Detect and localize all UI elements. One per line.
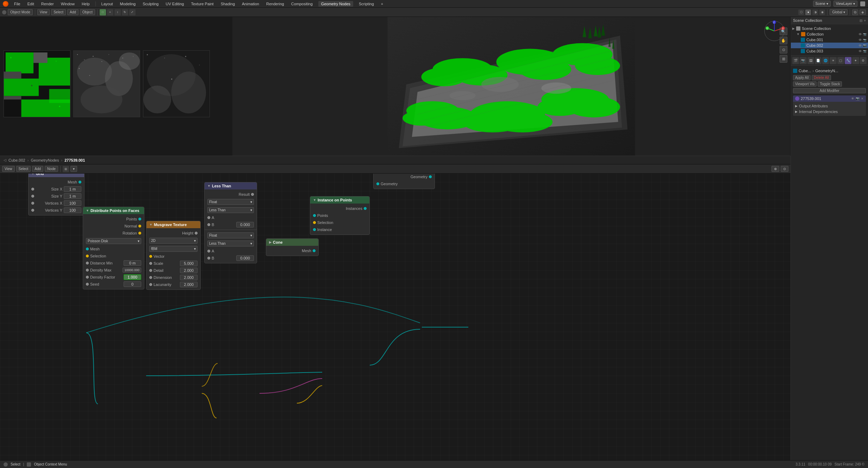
node-distribute-densitymax-value[interactable]: 10000.000 <box>123 268 141 273</box>
breadcrumb-collapse[interactable]: ◁ <box>4 158 6 162</box>
object-menu[interactable]: Object <box>80 9 95 15</box>
node-canvas[interactable]: ▼ Grid Mesh Size X 1 m <box>0 164 791 468</box>
node-less-than-2[interactable]: ▼ Less Than Result Float ▾ <box>204 182 257 230</box>
node-grid[interactable]: ▼ Grid Mesh Size X 1 m <box>28 170 85 216</box>
breadcrumb-cube[interactable]: Cube.002 <box>8 158 25 162</box>
node-musgrave-detail-value[interactable]: 2.000 <box>180 268 198 273</box>
workspace-geometry-nodes[interactable]: Geometry Nodes <box>318 1 353 7</box>
scale-icon[interactable]: ⤢ <box>129 9 136 15</box>
rotate-icon[interactable]: ↻ <box>122 9 128 15</box>
node-filter-icon[interactable]: ⊞ <box>63 166 69 172</box>
toggle-stack-button[interactable]: Toggle Stack <box>818 81 842 87</box>
menu-window[interactable]: Window <box>60 1 76 7</box>
node-lessthan1-op-dropdown[interactable]: Less Than ▾ <box>207 241 254 247</box>
workspace-layout[interactable]: Layout <box>100 1 114 7</box>
viewport-shading-solid[interactable]: ● <box>805 10 811 15</box>
node-slot-dropdown[interactable]: ▾ <box>70 166 77 172</box>
orbit-icon[interactable]: ⊙ <box>780 46 787 54</box>
prop-output-icon[interactable]: 🖼 <box>807 57 814 64</box>
visibility-icon-cube1[interactable]: 👁 <box>858 38 862 42</box>
select-box-icon[interactable]: □ <box>100 9 106 15</box>
workspace-rendering[interactable]: Rendering <box>265 1 286 7</box>
visibility-icon-1[interactable]: 👁 <box>858 32 862 36</box>
breadcrumb-geometry[interactable]: GeometryNodes <box>31 158 59 162</box>
overlay-toggle[interactable]: ⧉ <box>852 10 858 15</box>
node-grid-vertx-value[interactable]: 100 <box>64 200 81 206</box>
scene-root-item[interactable]: ▶ Scene Collection <box>791 26 868 31</box>
node-musgrave-arrow[interactable]: ▼ <box>149 223 152 226</box>
delete-all-button[interactable]: Delete All <box>812 75 831 80</box>
menu-help[interactable]: Help <box>80 1 91 7</box>
node-node-menu[interactable]: Node <box>45 166 58 172</box>
menu-file[interactable]: File <box>13 1 22 7</box>
node-snap-toggle[interactable]: ⊕ <box>772 166 779 172</box>
viewport-shading-material[interactable]: ◑ <box>812 10 818 15</box>
node-lessthan2-b-value[interactable]: 0.000 <box>236 222 254 227</box>
scene-selector[interactable]: Scene ▾ <box>813 1 831 7</box>
prop-modifier-icon[interactable]: 🔧 <box>845 57 851 64</box>
new-collection-icon[interactable]: + <box>864 19 866 23</box>
node-lessthan2-arrow[interactable]: ▼ <box>207 184 211 188</box>
node-lessthan2-op-dropdown[interactable]: Less Than ▾ <box>207 207 254 213</box>
workspace-uv-editing[interactable]: UV Editing <box>164 1 185 7</box>
visibility-icon-cube2[interactable]: 👁 <box>858 44 862 48</box>
internal-deps-row[interactable]: ▶ Internal Dependencies <box>795 109 864 114</box>
view-menu[interactable]: View <box>37 9 50 15</box>
select-menu[interactable]: Select <box>51 9 66 15</box>
node-distribute-densityfactor-value[interactable]: 1.000 <box>124 274 141 280</box>
filter-icon[interactable]: ⊟ <box>860 19 862 23</box>
node-musgrave-texture[interactable]: ▼ Musgrave Texture Height 2D <box>146 221 201 290</box>
output-attributes-row[interactable]: ▶ Output Attributes <box>795 103 864 109</box>
node-musgrave-lacunarity-value[interactable]: 2.000 <box>180 282 198 287</box>
prop-scene-props-icon[interactable]: 🌐 <box>822 57 829 64</box>
collection-item-cube2[interactable]: Cube.002 👁 📷 <box>791 43 868 48</box>
node-distribute-seed-value[interactable]: 0 <box>124 281 141 287</box>
collection-item-cube3[interactable]: Cube.003 👁 📷 <box>791 48 868 54</box>
prop-world-icon[interactable]: ☀ <box>830 57 836 64</box>
menu-render[interactable]: Render <box>40 1 55 7</box>
workspace-animation[interactable]: Animation <box>241 1 261 7</box>
workspace-sculpting[interactable]: Sculpting <box>141 1 160 7</box>
collection-item-cube1[interactable]: Cube.001 👁 📷 <box>791 37 868 43</box>
node-lessthan1-type-dropdown[interactable]: Float ▾ <box>207 232 254 238</box>
workspace-modeling[interactable]: Modeling <box>119 1 137 7</box>
transform-global[interactable]: Global ▾ <box>830 9 848 15</box>
workspace-shading[interactable]: Shading <box>219 1 236 7</box>
modifier-render-icon[interactable]: 📷 <box>856 97 860 100</box>
modifier-close-icon[interactable]: ✕ <box>861 97 864 100</box>
node-grid-sizex-value[interactable]: 1 m <box>64 186 81 192</box>
apply-all-button[interactable]: Apply All <box>793 75 811 80</box>
visibility-icon-cube3[interactable]: 👁 <box>858 49 862 53</box>
node-instance-on-points[interactable]: ▼ Instance on Points Instances Points <box>310 196 370 235</box>
main-3d-viewport[interactable]: X Y Z <box>232 17 790 156</box>
node-lessthan1-b-value[interactable]: 0.000 <box>236 255 254 261</box>
render-visibility-icon-cube2[interactable]: 📷 <box>863 44 867 47</box>
node-distribute-points[interactable]: ▼ Distribute Points on Faces Points Norm… <box>83 207 144 289</box>
add-modifier-button[interactable]: Add Modifier <box>793 88 866 93</box>
prop-object-icon[interactable]: ▢ <box>837 57 844 64</box>
cursor-icon[interactable]: + <box>107 9 113 15</box>
node-distribute-distmin-value[interactable]: 0 m <box>124 260 141 266</box>
node-musgrave-fbm-dropdown[interactable]: fBM ▾ <box>149 246 198 252</box>
add-menu[interactable]: Add <box>67 9 79 15</box>
node-grid-verty-value[interactable]: 100 <box>64 207 81 213</box>
viewport-shading-wire[interactable]: ⬡ <box>798 10 804 15</box>
node-musgrave-dimension-value[interactable]: 2.000 <box>180 275 198 280</box>
render-icon[interactable] <box>860 1 865 6</box>
node-distribute-mode-dropdown[interactable]: Poisson Disk ▾ <box>86 238 141 244</box>
node-select-menu[interactable]: Select <box>16 166 31 172</box>
viewport-vis-button[interactable]: Viewport Vis <box>793 81 817 87</box>
collection-item-collection[interactable]: ▼ Collection 👁 📷 <box>791 31 868 37</box>
node-musgrave-2d-dropdown[interactable]: 2D ▾ <box>149 238 198 244</box>
node-cone[interactable]: ▶ Cone Mesh <box>266 238 319 256</box>
node-musgrave-scale-value[interactable]: 5.000 <box>180 261 198 266</box>
xray-toggle[interactable]: ◈ <box>860 10 866 15</box>
node-distribute-arrow[interactable]: ▼ <box>86 209 89 212</box>
add-workspace-button[interactable]: + <box>380 1 385 7</box>
object-mode-dropdown[interactable]: Object Mode <box>8 9 33 15</box>
workspace-texture-paint[interactable]: Texture Paint <box>189 1 215 7</box>
node-zoom-reset[interactable]: ⊙ <box>781 166 788 172</box>
workspace-scripting[interactable]: Scripting <box>357 1 375 7</box>
render-visibility-icon-cube3[interactable]: 📷 <box>863 50 867 53</box>
prop-scene-icon[interactable]: 🎬 <box>792 57 799 64</box>
